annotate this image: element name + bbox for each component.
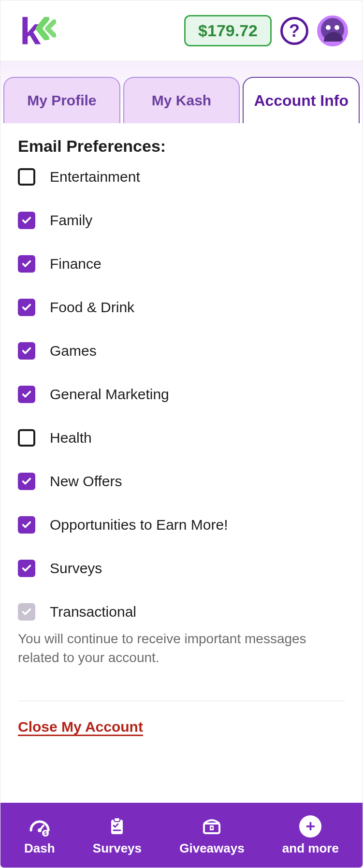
nav-label: Dash [24, 841, 55, 856]
checkbox[interactable] [18, 560, 35, 577]
help-icon[interactable]: ? [280, 17, 308, 45]
checkbox[interactable] [18, 255, 35, 273]
checkbox [18, 603, 35, 621]
nav-dash[interactable]: $ Dash [24, 815, 55, 856]
preference-label: General Marketing [50, 386, 169, 403]
tab-account-info[interactable]: Account Info [243, 77, 360, 123]
preference-label: Health [50, 430, 92, 446]
divider [18, 701, 345, 701]
nav-more[interactable]: + and more [282, 815, 339, 856]
gauge-icon: $ [28, 815, 51, 838]
preference-row: Transactional [18, 603, 345, 621]
checkbox[interactable] [18, 212, 35, 229]
tab-my-profile[interactable]: My Profile [3, 77, 120, 123]
close-account-link[interactable]: Close My Account [18, 719, 143, 735]
checkbox[interactable] [18, 473, 35, 490]
svg-line-1 [40, 825, 44, 830]
preference-label: Transactional [50, 604, 136, 620]
nav-label: and more [282, 841, 339, 856]
preferences-list: EntertainmentFamilyFinanceFood & DrinkGa… [18, 168, 345, 621]
tab-my-kash[interactable]: My Kash [123, 77, 240, 123]
checkbox[interactable] [18, 299, 35, 316]
preference-row: Surveys [18, 560, 345, 577]
plus-icon: + [299, 815, 322, 838]
content-area: Email Preferences: EntertainmentFamilyFi… [0, 123, 363, 803]
preference-label: Surveys [50, 560, 102, 577]
preference-row: Games [18, 342, 345, 360]
preference-label: New Offers [50, 473, 122, 490]
bottom-nav: $ Dash Surveys Giveaways + and more [0, 803, 363, 868]
svg-point-9 [211, 827, 213, 829]
checkbox[interactable] [18, 516, 35, 534]
nav-giveaways[interactable]: Giveaways [179, 815, 244, 856]
balance-pill[interactable]: $179.72 [184, 15, 272, 46]
disclaimer-text: You will continue to receive important m… [18, 629, 345, 667]
preference-row: Family [18, 212, 345, 229]
checkbox[interactable] [18, 168, 35, 186]
treasure-icon [200, 815, 223, 838]
svg-text:$: $ [44, 831, 47, 836]
app-header: k $179.72 ? [0, 0, 363, 61]
preference-row: Food & Drink [18, 299, 345, 316]
preference-row: Finance [18, 255, 345, 273]
preference-row: Health [18, 429, 345, 447]
preference-row: General Marketing [18, 386, 345, 403]
preference-row: Entertainment [18, 168, 345, 186]
preference-row: Opportunities to Earn More! [18, 516, 345, 534]
preference-label: Family [50, 212, 92, 229]
preference-label: Games [50, 343, 97, 359]
checkbox[interactable] [18, 342, 35, 360]
nav-label: Surveys [93, 841, 142, 856]
preference-label: Entertainment [50, 169, 140, 185]
svg-rect-5 [114, 818, 120, 822]
clipboard-icon [105, 815, 129, 838]
preference-label: Food & Drink [50, 299, 134, 316]
nav-surveys[interactable]: Surveys [93, 815, 142, 856]
section-title: Email Preferences: [18, 137, 345, 156]
preference-row: New Offers [18, 473, 345, 490]
checkbox[interactable] [18, 386, 35, 403]
preference-label: Finance [50, 256, 102, 272]
checkbox[interactable] [18, 429, 35, 447]
logo-chevron-icon [36, 17, 56, 42]
preference-label: Opportunities to Earn More! [50, 517, 228, 533]
tabs-container: My Profile My Kash Account Info [0, 61, 363, 123]
avatar[interactable] [317, 15, 348, 46]
nav-label: Giveaways [179, 841, 244, 856]
logo[interactable]: k [20, 17, 56, 45]
